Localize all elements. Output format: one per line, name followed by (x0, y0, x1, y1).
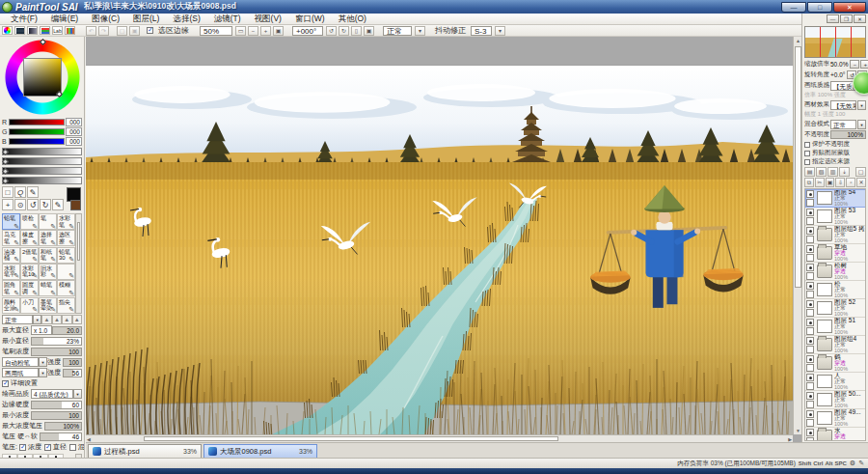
menu-item-5[interactable]: 滤镜(T) (207, 14, 248, 25)
setting-slider[interactable]: 100% (44, 422, 82, 431)
brush-水彩笔平[interactable]: 水彩笔平 (2, 264, 20, 280)
navigator-thumbnail[interactable] (804, 26, 866, 58)
pressure-直径-checkbox[interactable] (44, 444, 51, 451)
copy-layer-icon[interactable]: ⧉ (804, 178, 814, 187)
rotate-cw-button[interactable]: ↻ (339, 26, 349, 36)
layer-link-icon[interactable] (806, 309, 814, 317)
layer-row-6[interactable]: 图层 52正常100% (805, 299, 866, 318)
layer-row-13[interactable]: 水穿透100% (805, 428, 866, 441)
menu-item-2[interactable]: 图像(C) (85, 14, 126, 25)
paste-layer-icon[interactable]: ▣ (826, 178, 835, 187)
brush-shape-3[interactable]: ▲ (62, 315, 71, 324)
hsv-slider-icon[interactable] (40, 26, 50, 35)
layer-visibility-icon[interactable] (806, 374, 814, 381)
slider-handle[interactable] (2, 177, 9, 183)
setting-slider[interactable]: 60 (31, 401, 82, 409)
brush-颜料全涂[interactable]: 颜料全涂 (2, 297, 20, 314)
layer-link-icon[interactable] (806, 419, 814, 427)
setting-slider[interactable]: 100 (31, 348, 82, 356)
layer-visibility-icon[interactable] (806, 245, 814, 253)
opacity-slider[interactable]: 100% (830, 130, 866, 139)
brush-empty[interactable] (57, 264, 75, 280)
brush-shape-4[interactable]: ▲ (72, 315, 82, 324)
document-tab-0[interactable]: 过程稿.psd33% (88, 444, 202, 458)
layer-row-5[interactable]: 松正常100% (805, 281, 866, 299)
blend-mode-dropdown[interactable]: 正常 (830, 120, 856, 129)
brush-旧水彩[interactable]: 旧水彩 (39, 264, 57, 280)
menu-item-1[interactable]: 编辑(E) (44, 14, 85, 25)
slider-handle[interactable] (2, 148, 9, 154)
layer-link-icon[interactable] (806, 217, 814, 225)
minimize-button[interactable]: — (781, 2, 806, 13)
layer-row-0[interactable]: 图层 54正常100% (805, 189, 866, 208)
layer-link-icon[interactable] (806, 291, 814, 298)
undo-button[interactable]: ↶ (86, 26, 96, 36)
rotate-reset-button[interactable]: ▣ (364, 26, 374, 36)
paper-strength-bar[interactable]: 56 (63, 369, 82, 377)
nav-zoom-out-button[interactable]: − (850, 60, 859, 69)
layer-row-1[interactable]: 图层 53正常100% (805, 208, 866, 226)
layer-row-4[interactable]: 松树穿透100% (805, 263, 866, 281)
doc-minimize-button[interactable]: — (827, 14, 839, 23)
sampling-option-button[interactable]: ▾ (415, 26, 425, 36)
cut-layer-icon[interactable]: ✂ (815, 178, 825, 187)
pressure-浓度-checkbox[interactable] (19, 444, 26, 451)
reset-view-tool-icon[interactable]: ↻ (40, 199, 51, 210)
slider-handle[interactable] (2, 167, 9, 174)
layer-visibility-icon[interactable] (806, 392, 814, 400)
layer-visibility-icon[interactable] (806, 337, 814, 345)
layer-row-3[interactable]: 草地穿透100% (805, 244, 866, 263)
vertical-scrollbar[interactable]: ▲▼ (793, 37, 801, 434)
brush-铅笔[interactable]: 铅笔 (2, 213, 20, 230)
extra-slider[interactable] (2, 148, 82, 155)
deselect-button[interactable]: ▢ (117, 26, 127, 36)
swatches-icon[interactable] (65, 26, 75, 35)
new-folder-icon[interactable]: ▧ (816, 167, 827, 177)
canvas-viewport[interactable]: ▲▼ ◀▶ (86, 37, 801, 442)
brush-笔[interactable]: 笔 (39, 213, 57, 230)
zoom-fit-button[interactable]: ▭ (235, 26, 246, 36)
layer-visibility-icon[interactable] (806, 410, 814, 418)
layer-row-11[interactable]: 图层 50...正常100% (805, 391, 866, 409)
rgb-slider-icon[interactable] (14, 26, 25, 35)
brush-grid-scrollbar[interactable] (75, 213, 82, 314)
menu-item-0[interactable]: 文件(F) (4, 14, 44, 25)
menu-item-7[interactable]: 窗口(W) (288, 14, 332, 25)
layer-visibility-icon[interactable] (806, 355, 814, 363)
horizontal-scrollbar[interactable]: ◀▶ (86, 434, 793, 442)
layer-row-2[interactable]: 图层组5 拷贝正常100% (805, 226, 866, 244)
setting-slider[interactable]: 23% (31, 337, 82, 346)
layer-visibility-icon[interactable] (806, 282, 814, 290)
slider-handle[interactable] (2, 157, 9, 164)
layer-link-icon[interactable] (806, 199, 814, 207)
paper-texture-arrow[interactable]: ▼ (39, 368, 47, 377)
b-slider[interactable] (9, 138, 65, 145)
sampling-mode-dropdown[interactable]: 正常 (383, 26, 412, 36)
doc-close-button[interactable]: ✕ (854, 14, 866, 23)
setting-slider[interactable]: 100 (31, 411, 82, 420)
layer-row-7[interactable]: 图层 51正常100% (805, 318, 866, 336)
brush-蜡笔[interactable]: 蜡笔 (39, 280, 57, 296)
background-color-swatch[interactable] (70, 200, 81, 210)
material-effect-arrow[interactable]: ▼ (857, 100, 866, 110)
maximize-button[interactable]: □ (807, 2, 832, 13)
painting-canvas[interactable] (86, 37, 793, 434)
brush-blend-arrow[interactable]: ▼ (33, 315, 41, 324)
brush-小刀[interactable]: 小刀 (20, 297, 39, 314)
layer-visibility-icon[interactable] (806, 300, 814, 308)
layer-visibility-icon[interactable] (806, 190, 814, 198)
zoom-value-box[interactable]: 50% (200, 26, 232, 36)
angle-value-box[interactable]: +000° (292, 26, 323, 36)
layer-link-icon[interactable] (806, 254, 814, 262)
layer-link-icon[interactable] (806, 327, 814, 335)
lock-layer-icon[interactable]: ▫ (846, 178, 855, 187)
brush-圆角笔[interactable]: 圆角笔 (2, 280, 20, 296)
material-effect-dropdown[interactable]: 【无效果】 (830, 100, 856, 110)
clear-layer-icon[interactable]: ▢ (855, 167, 866, 177)
saturation-value-square[interactable] (23, 58, 62, 97)
marquee-tool-icon[interactable]: □ (2, 186, 14, 198)
new-layer-icon[interactable]: ▤ (804, 167, 815, 177)
r-slider[interactable] (9, 119, 65, 125)
g-slider[interactable] (9, 128, 65, 135)
rotate-view-tool-icon[interactable]: ↺ (27, 199, 39, 210)
